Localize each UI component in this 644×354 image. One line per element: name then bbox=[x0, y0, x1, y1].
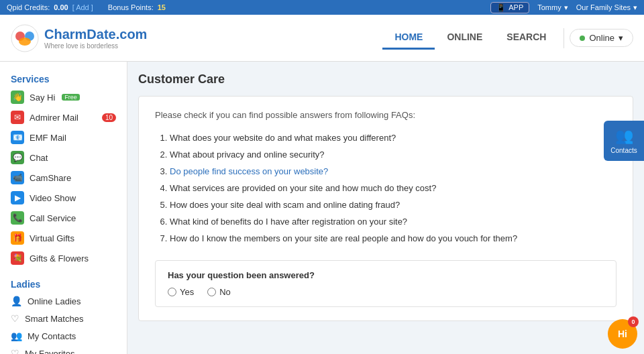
chevron-down-icon: ▾ bbox=[564, 3, 568, 12]
contacts-button[interactable]: 👥 Contacts bbox=[604, 121, 644, 161]
list-item: What about privacy and online security? bbox=[170, 146, 616, 163]
admirer-mail-badge: 10 bbox=[102, 113, 116, 122]
say-hi-icon: 👋 bbox=[11, 91, 24, 104]
faq-link-3[interactable]: Do people find success on your website? bbox=[170, 166, 328, 176]
yes-radio[interactable] bbox=[168, 288, 176, 296]
virtual-gifts-icon: 🎁 bbox=[11, 231, 24, 245]
sidebar-label-my-favorites: My Favorites bbox=[25, 349, 74, 355]
hi-badge: 0 bbox=[628, 316, 639, 327]
sidebar-item-virtual-gifts[interactable]: 🎁 Virtual Gifts bbox=[0, 228, 127, 248]
sidebar-item-emf-mail[interactable]: 📧 EMF Mail bbox=[0, 127, 127, 148]
sidebar-item-my-contacts[interactable]: 👥 My Contacts bbox=[0, 327, 127, 345]
logo-tagline: Where love is borderless bbox=[44, 42, 147, 50]
list-item: How does your site deal with scam and on… bbox=[170, 196, 616, 213]
logo-text: CharmDate.com Where love is borderless bbox=[44, 27, 147, 50]
smart-matches-icon: ♡ bbox=[11, 313, 19, 324]
logo[interactable]: CharmDate.com Where love is borderless bbox=[11, 24, 147, 52]
sidebar-item-online-ladies[interactable]: 👤 Online Ladies bbox=[0, 292, 127, 310]
free-tag: Free bbox=[62, 94, 80, 101]
my-contacts-icon: 👥 bbox=[11, 331, 22, 341]
hi-button[interactable]: 0 Hi bbox=[608, 319, 637, 349]
sidebar-label-video-show: Video Show bbox=[30, 193, 76, 203]
faq-intro: Please check if you can find possible an… bbox=[155, 110, 616, 120]
yes-label: Yes bbox=[180, 287, 194, 297]
header: CharmDate.com Where love is borderless H… bbox=[0, 15, 644, 62]
nav-divider bbox=[564, 28, 564, 48]
sidebar: Services 👋 Say Hi Free ✉ Admirer Mail 10… bbox=[0, 62, 127, 354]
family-sites-label: Our Family Sites bbox=[576, 3, 631, 11]
gifts-flowers-icon: 💐 bbox=[11, 251, 24, 265]
radio-group: Yes No bbox=[168, 287, 604, 297]
sidebar-label-smart-matches: Smart Matches bbox=[25, 314, 83, 324]
sidebar-item-smart-matches[interactable]: ♡ Smart Matches bbox=[0, 310, 127, 327]
svg-point-3 bbox=[19, 38, 31, 46]
sidebar-label-chat: Chat bbox=[30, 153, 48, 163]
ladies-section-title: Ladies bbox=[0, 274, 127, 292]
question-answered-box: Has your question been answered? Yes No bbox=[155, 260, 616, 307]
online-indicator bbox=[580, 36, 585, 41]
services-section-title: Services bbox=[0, 68, 127, 87]
bonus-label: Bonus Points: bbox=[108, 3, 154, 11]
phone-icon: 📱 bbox=[496, 3, 506, 12]
yes-radio-label[interactable]: Yes bbox=[168, 287, 194, 297]
sidebar-item-video-show[interactable]: ▶ Video Show bbox=[0, 188, 127, 208]
call-service-icon: 📞 bbox=[11, 211, 24, 225]
sidebar-item-gifts-flowers[interactable]: 💐 Gifts & Flowers bbox=[0, 248, 127, 268]
nav-home[interactable]: HOME bbox=[382, 26, 435, 50]
chevron-down-icon: ▾ bbox=[633, 3, 637, 12]
header-nav: HOME ONLINE SEARCH Online ▾ bbox=[382, 26, 633, 50]
sidebar-label-admirer-mail: Admirer Mail bbox=[30, 113, 78, 123]
my-favorites-icon: ♡ bbox=[11, 348, 19, 354]
online-ladies-icon: 👤 bbox=[11, 296, 22, 306]
faq-list: What does your website do and what makes… bbox=[155, 129, 616, 247]
add-credits-link[interactable]: [ Add ] bbox=[72, 3, 93, 11]
sidebar-label-say-hi: Say Hi bbox=[30, 93, 55, 103]
list-item: Do people find success on your website? bbox=[170, 163, 616, 180]
logo-image bbox=[11, 24, 39, 52]
sidebar-item-chat[interactable]: 💬 Chat bbox=[0, 148, 127, 168]
online-status-button[interactable]: Online ▾ bbox=[570, 29, 633, 47]
chevron-down-icon: ▾ bbox=[619, 33, 623, 43]
sidebar-label-camshare: CamShare bbox=[30, 173, 71, 183]
top-bar-right: 📱 APP Tommy ▾ Our Family Sites ▾ bbox=[490, 2, 637, 13]
sidebar-label-virtual-gifts: Virtual Gifts bbox=[30, 233, 74, 243]
app-button[interactable]: 📱 APP bbox=[490, 2, 529, 13]
camshare-icon: 📹 bbox=[11, 171, 24, 184]
page-title: Customer Care bbox=[138, 72, 633, 86]
no-radio-label[interactable]: No bbox=[207, 287, 231, 297]
sidebar-item-call-service[interactable]: 📞 Call Service bbox=[0, 208, 127, 228]
family-sites-menu[interactable]: Our Family Sites ▾ bbox=[576, 3, 637, 12]
sidebar-label-call-service: Call Service bbox=[30, 213, 76, 223]
list-item: What does your website do and what makes… bbox=[170, 129, 616, 146]
nav-online[interactable]: ONLINE bbox=[435, 26, 494, 50]
sidebar-label-my-contacts: My Contacts bbox=[28, 331, 76, 341]
sidebar-label-emf-mail: EMF Mail bbox=[30, 133, 66, 143]
nav-search[interactable]: SEARCH bbox=[494, 26, 558, 50]
sidebar-item-camshare[interactable]: 📹 CamShare bbox=[0, 168, 127, 188]
user-menu[interactable]: Tommy ▾ bbox=[537, 3, 568, 12]
no-label: No bbox=[219, 287, 231, 297]
emf-mail-icon: 📧 bbox=[11, 131, 24, 144]
contacts-icon: 👥 bbox=[615, 127, 633, 145]
logo-name: CharmDate.com bbox=[44, 27, 147, 42]
sidebar-item-say-hi[interactable]: 👋 Say Hi Free bbox=[0, 87, 127, 107]
user-name: Tommy bbox=[537, 3, 561, 11]
sidebar-item-admirer-mail[interactable]: ✉ Admirer Mail 10 bbox=[0, 107, 127, 127]
layout: Services 👋 Say Hi Free ✉ Admirer Mail 10… bbox=[0, 62, 644, 354]
sidebar-label-online-ladies: Online Ladies bbox=[28, 296, 81, 306]
list-item: What kind of benefits do I have after re… bbox=[170, 213, 616, 230]
video-show-icon: ▶ bbox=[11, 191, 24, 204]
sidebar-item-my-favorites[interactable]: ♡ My Favorites bbox=[0, 345, 127, 354]
no-radio[interactable] bbox=[207, 288, 216, 296]
main-content: Customer Care Please check if you can fi… bbox=[127, 62, 644, 354]
online-label: Online bbox=[589, 33, 614, 43]
bonus-value: 15 bbox=[158, 3, 166, 11]
answered-question-title: Has your question been answered? bbox=[168, 270, 604, 280]
list-item: How do I know the members on your site a… bbox=[170, 230, 616, 247]
app-label: APP bbox=[508, 3, 523, 11]
contacts-label: Contacts bbox=[610, 147, 637, 154]
top-bar-left: Qpid Credits: 0.00 [ Add ] Bonus Points:… bbox=[7, 3, 166, 11]
list-item: What services are provided on your site … bbox=[170, 180, 616, 196]
sidebar-label-gifts-flowers: Gifts & Flowers bbox=[30, 253, 89, 263]
chat-icon: 💬 bbox=[11, 151, 24, 164]
